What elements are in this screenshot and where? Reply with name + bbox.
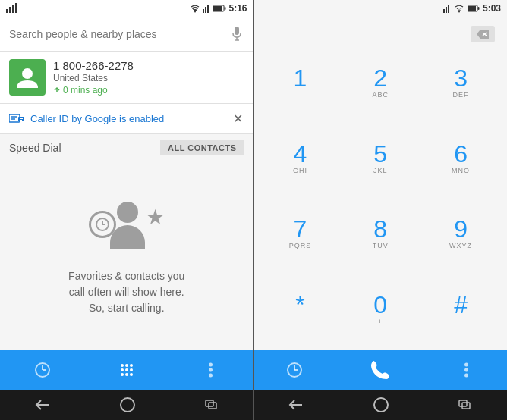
svg-rect-43: [443, 9, 445, 13]
svg-rect-2: [12, 5, 14, 13]
svg-rect-60: [459, 400, 467, 406]
recents-square-icon-right: [458, 400, 472, 410]
recents-tab-right[interactable]: [279, 355, 310, 385]
speed-dial-header: Speed Dial ALL CONTACTS: [0, 134, 254, 161]
back-button-left[interactable]: [35, 399, 50, 411]
svg-rect-61: [462, 403, 470, 409]
svg-point-34: [121, 373, 124, 376]
cell-signal-icon: [203, 4, 210, 13]
key-8[interactable]: 8 TUV: [340, 196, 420, 272]
search-bar[interactable]: [0, 17, 254, 52]
recent-call-card[interactable]: 1 800-266-2278 United States 0 mins ago: [0, 52, 254, 104]
person-icon: [15, 65, 39, 89]
key-5[interactable]: 5 JKL: [340, 121, 420, 197]
home-button-left[interactable]: [120, 397, 135, 412]
close-banner-button[interactable]: ✕: [231, 110, 244, 127]
speed-dial-empty: ★ Favorites & contacts youcall often wil…: [0, 161, 254, 350]
svg-rect-49: [468, 6, 476, 11]
empty-state-icon-group: ★: [89, 196, 165, 256]
svg-point-38: [209, 368, 213, 372]
home-button-right[interactable]: [373, 397, 389, 412]
call-time: 0 mins ago: [53, 85, 244, 96]
svg-point-29: [125, 364, 128, 367]
recents-icon: [34, 362, 51, 378]
recents-button-right[interactable]: [458, 400, 472, 410]
key-4[interactable]: 4 GHI: [260, 121, 341, 197]
recents-tab[interactable]: [27, 355, 58, 385]
svg-rect-42: [209, 403, 216, 409]
svg-point-36: [130, 373, 133, 376]
signal-bars-icon: [6, 3, 17, 14]
person-body: [110, 225, 145, 249]
svg-point-14: [22, 68, 33, 79]
battery-icon: [213, 5, 226, 12]
display-row: [254, 23, 508, 45]
mic-icon[interactable]: [229, 27, 244, 42]
caller-id-banner: Caller ID by Google is enabled ✕: [0, 104, 254, 134]
dialer-tab[interactable]: [112, 355, 142, 385]
key-6[interactable]: 6 MNO: [420, 121, 501, 197]
left-bottom-nav: [0, 350, 254, 390]
status-icons-left: 5:16: [190, 3, 247, 14]
contact-avatar: [9, 59, 46, 96]
phone-icon: [369, 359, 392, 381]
caller-id-icon: [9, 112, 24, 126]
recents-button-left[interactable]: [205, 400, 219, 410]
key-hash[interactable]: #: [420, 272, 501, 348]
right-phone-screen: 5:03 1 ⁠: [254, 0, 508, 420]
more-menu-left[interactable]: [196, 355, 226, 385]
key-9[interactable]: 9 WXYZ: [420, 196, 501, 272]
svg-rect-48: [477, 7, 479, 10]
right-bottom-nav: [254, 350, 508, 390]
all-contacts-button[interactable]: ALL CONTACTS: [160, 140, 244, 155]
battery-icon-right: [468, 5, 480, 12]
svg-point-33: [130, 368, 133, 371]
svg-point-4: [194, 11, 196, 13]
svg-rect-6: [205, 7, 206, 13]
search-input[interactable]: [9, 28, 229, 40]
key-star[interactable]: *: [260, 272, 341, 348]
key-7[interactable]: 7 PQRS: [260, 196, 341, 272]
call-number: 1 800-266-2278: [53, 59, 244, 72]
back-arrow-icon: [35, 399, 50, 411]
dialpad-icon: [118, 362, 135, 378]
star-icon: ★: [146, 205, 165, 230]
dialer-area: 1 ⁠ 2 ABC 3 DEF 4 GHI 5 JKL: [254, 17, 508, 350]
left-time: 5:16: [228, 3, 247, 14]
back-button-right[interactable]: [288, 399, 304, 411]
call-icon-circle: [364, 354, 396, 386]
svg-point-39: [209, 374, 213, 378]
person-silhouette: [110, 202, 145, 249]
svg-rect-44: [446, 7, 447, 13]
key-0[interactable]: 0 +: [340, 272, 420, 348]
more-menu-right[interactable]: [451, 355, 481, 385]
backspace-icon: [477, 30, 489, 39]
back-arrow-icon-right: [288, 399, 304, 411]
svg-rect-5: [203, 9, 204, 13]
svg-rect-7: [207, 5, 209, 13]
svg-point-58: [464, 374, 468, 378]
svg-rect-11: [235, 27, 239, 35]
call-location: United States: [53, 73, 244, 83]
svg-rect-45: [448, 5, 449, 13]
delete-button[interactable]: [471, 26, 495, 42]
recents-icon-right: [286, 362, 303, 378]
left-phone-screen: 5:16 1 80: [0, 0, 254, 420]
svg-point-28: [121, 364, 124, 367]
svg-marker-50: [477, 30, 489, 39]
caller-id-graphic: [9, 112, 24, 126]
call-button[interactable]: [361, 350, 400, 390]
key-1[interactable]: 1 ⁠: [260, 45, 341, 121]
svg-rect-1: [9, 7, 11, 13]
svg-point-30: [130, 364, 133, 367]
more-dots-icon: [209, 362, 213, 378]
svg-rect-41: [206, 400, 213, 406]
svg-rect-16: [9, 114, 20, 122]
svg-point-46: [458, 11, 460, 13]
key-2[interactable]: 2 ABC: [340, 45, 420, 121]
empty-state-text: Favorites & contacts youcall often will …: [68, 268, 184, 316]
svg-rect-10: [213, 6, 222, 11]
speed-dial-label: Speed Dial: [9, 142, 61, 154]
key-3[interactable]: 3 DEF: [420, 45, 501, 121]
cell-signal-icon-right: [443, 4, 451, 13]
